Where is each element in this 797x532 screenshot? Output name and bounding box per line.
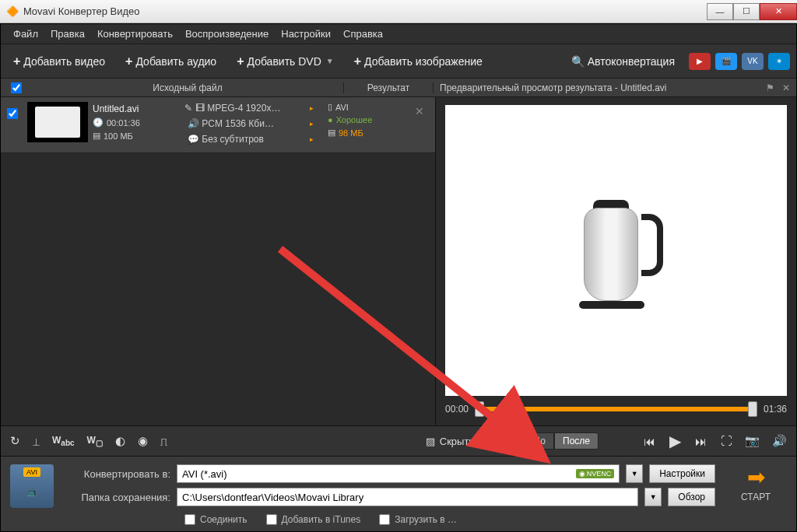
save-to-field[interactable]: C:\Users\dontfear\Videos\Movavi Library: [177, 488, 638, 506]
timeline[interactable]: 00:00 01:36: [445, 396, 787, 422]
nvenc-badge: ◉ NVENC: [576, 469, 615, 478]
adjust-icon[interactable]: ◐: [115, 434, 125, 448]
reel-icon[interactable]: ✴: [768, 53, 790, 70]
hide-player-button[interactable]: ▨ Скрыть плеер: [426, 436, 505, 447]
preview-image: [570, 192, 663, 309]
menu-file[interactable]: Файл: [9, 28, 43, 40]
collapse-icon: ▨: [426, 436, 435, 447]
window-title: Movavi Конвертер Видео: [23, 5, 140, 17]
upload-checkbox[interactable]: Загрузить в …: [379, 514, 457, 525]
preview-canvas: [445, 105, 787, 396]
seek-handle-end[interactable]: [748, 401, 757, 417]
col-result: Результат: [343, 82, 433, 93]
play-icon[interactable]: ▶: [669, 432, 681, 450]
fullscreen-icon[interactable]: ⛶: [721, 434, 732, 448]
menu-playback[interactable]: Воспроизведение: [181, 28, 273, 40]
src-subs[interactable]: Без субтитров: [202, 134, 264, 145]
out-format: AVI: [335, 103, 349, 112]
add-audio-button[interactable]: +Добавить аудио: [119, 51, 223, 72]
convert-to-label: Конвертировать в:: [63, 468, 170, 480]
file-list-pane: Untitled.avi 🕘00:01:36 ▤100 МБ ✎🎞 MPEG-4…: [1, 97, 436, 425]
rotate-icon[interactable]: ↻: [10, 434, 20, 448]
minimize-button[interactable]: —: [707, 3, 733, 20]
file-size: 100 МБ: [104, 131, 133, 141]
preview-pane: 00:00 01:36: [436, 97, 796, 425]
volume-icon[interactable]: 🔊: [772, 434, 787, 448]
after-button[interactable]: После: [554, 432, 599, 450]
menu-settings[interactable]: Настройки: [276, 28, 335, 40]
seek-handle-start[interactable]: [475, 401, 484, 417]
out-size[interactable]: 98 МБ: [339, 128, 363, 138]
join-checkbox[interactable]: Соединить: [184, 514, 248, 525]
add-video-button[interactable]: +Добавить видео: [7, 51, 111, 72]
crop-icon[interactable]: ⟂: [33, 435, 40, 448]
add-image-button[interactable]: +Добавить изображение: [348, 51, 489, 72]
browse-button[interactable]: Обзор: [668, 488, 715, 506]
app-icon: 🔶: [6, 5, 19, 17]
file-thumbnail: [27, 102, 88, 142]
columns-header: Исходный файл Результат Предварительный …: [1, 79, 796, 97]
time-end: 01:36: [764, 404, 787, 415]
itunes-checkbox[interactable]: Добавить в iTunes: [266, 514, 361, 525]
convert-to-field[interactable]: AVI (*.avi) ◉ NVENC: [177, 464, 620, 483]
menu-help[interactable]: Справка: [339, 28, 388, 40]
col-source: Исходный файл: [32, 82, 343, 93]
disk-icon: ▤: [93, 131, 100, 141]
file-row[interactable]: Untitled.avi 🕘00:01:36 ▤100 МБ ✎🎞 MPEG-4…: [1, 97, 435, 153]
prev-icon[interactable]: ⏮: [644, 435, 655, 448]
pin-icon[interactable]: ⚑: [766, 82, 774, 93]
menu-edit[interactable]: Правка: [46, 28, 90, 40]
start-button[interactable]: СТАРТ: [741, 492, 771, 502]
youtube-icon[interactable]: ▶: [689, 53, 711, 70]
clock-icon: 🕘: [93, 117, 104, 128]
src-audio[interactable]: PCM 1536 Кби…: [202, 118, 274, 129]
search-icon: 🔍: [571, 55, 585, 68]
add-dvd-button[interactable]: +Добавить DVD▼: [230, 51, 340, 72]
before-button[interactable]: До: [525, 432, 554, 450]
main-toolbar: +Добавить видео +Добавить аудио +Добавит…: [1, 44, 796, 79]
equalizer-icon[interactable]: ⎍: [160, 435, 167, 448]
convert-to-dropdown[interactable]: ▼: [626, 464, 643, 483]
seek-track[interactable]: [475, 407, 757, 411]
watermark-image-icon[interactable]: W▢: [87, 435, 103, 447]
file-name: Untitled.avi: [93, 103, 178, 114]
controls-bar: ↻ ⟂ Wabc W▢ ◐ ◉ ⎍ ▨ Скрыть плеер До Посл…: [1, 425, 796, 457]
window-titlebar: 🔶 Movavi Конвертер Видео — ☐ ✕: [0, 0, 797, 23]
maximize-button[interactable]: ☐: [733, 3, 760, 20]
menubar: Файл Правка Конвертировать Воспроизведен…: [1, 24, 796, 44]
src-codec[interactable]: MPEG-4 1920x…: [207, 103, 280, 114]
start-icon[interactable]: ➡: [747, 464, 765, 490]
select-all-checkbox[interactable]: [11, 82, 22, 93]
save-to-label: Папка сохранения:: [63, 492, 170, 503]
share-icon[interactable]: 🎬: [715, 53, 737, 70]
watermark-text-icon[interactable]: Wabc: [52, 435, 75, 447]
col-preview: Предварительный просмотр результата - Un…: [440, 82, 667, 93]
close-button[interactable]: ✕: [760, 3, 797, 20]
vk-icon[interactable]: VK: [742, 53, 764, 70]
out-quality[interactable]: Хорошее: [336, 115, 373, 124]
save-to-dropdown[interactable]: ▼: [644, 488, 662, 506]
bottom-panel: AVI 📺 Конвертировать в: AVI (*.avi) ◉ NV…: [1, 457, 796, 531]
file-checkbox[interactable]: [7, 108, 18, 119]
settings-button[interactable]: Настройки: [649, 464, 715, 483]
capture-icon[interactable]: 📷: [745, 434, 760, 448]
close-preview-icon[interactable]: ✕: [782, 82, 790, 93]
next-icon[interactable]: ⏭: [695, 435, 707, 448]
snapshot-icon[interactable]: ◉: [138, 434, 148, 448]
menu-convert[interactable]: Конвертировать: [93, 28, 177, 40]
remove-file-button[interactable]: ✕: [410, 102, 429, 121]
format-icon[interactable]: AVI 📺: [10, 464, 54, 508]
time-start: 00:00: [445, 404, 469, 415]
file-duration: 00:01:36: [107, 118, 140, 128]
device-icon: ▯: [328, 102, 332, 112]
autoconvert-button[interactable]: 🔍Автоконвертация: [565, 52, 681, 71]
disk-icon: ▤: [328, 128, 335, 138]
